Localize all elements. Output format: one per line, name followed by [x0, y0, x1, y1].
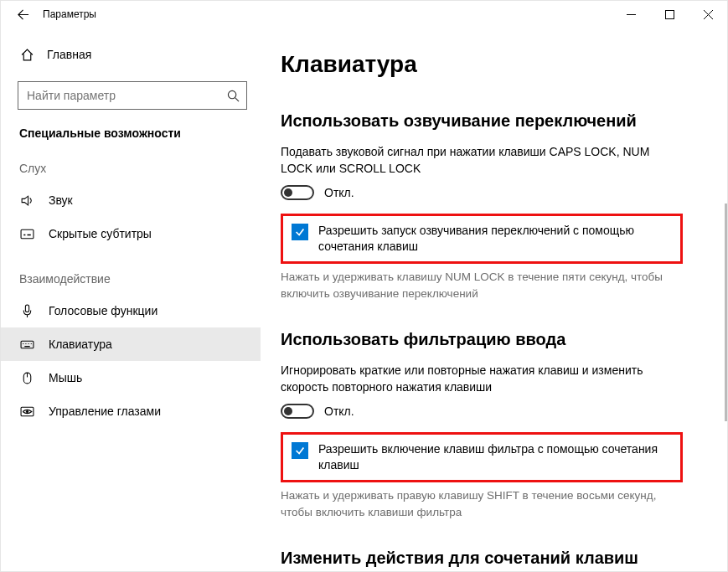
checkbox-label: Разрешить запуск озвучивания переключени…: [318, 223, 672, 255]
toggle-off-icon: [281, 185, 314, 200]
keyboard-icon: [19, 337, 34, 352]
main-content: Клавиатура Использовать озвучивание пере…: [261, 28, 727, 571]
svg-rect-3: [25, 305, 28, 312]
sidebar-item-label: Скрытые субтитры: [49, 227, 152, 240]
filter-keys-shortcut-checkbox[interactable]: Разрешить включение клавиш фильтра с пом…: [292, 441, 672, 473]
maximize-icon: [665, 10, 674, 19]
filter-keys-heading: Использовать фильтрацию ввода: [281, 330, 702, 349]
sidebar-section-title: Специальные возможности: [18, 126, 247, 140]
maximize-button[interactable]: [650, 1, 689, 28]
mouse-icon: [19, 370, 34, 385]
svg-rect-4: [21, 341, 34, 348]
close-button[interactable]: [689, 1, 727, 28]
sidebar-group-hearing: Слух: [19, 162, 247, 175]
home-icon: [19, 47, 34, 62]
minimize-button[interactable]: [612, 1, 650, 28]
toggle-keys-switch[interactable]: Откл.: [281, 185, 702, 200]
svg-rect-0: [665, 10, 674, 18]
sidebar-home-label: Главная: [47, 48, 91, 61]
page-title: Клавиатура: [281, 51, 702, 78]
search-field[interactable]: [27, 89, 227, 102]
toggle-keys-hint: Нажать и удерживать клавишу NUM LOCK в т…: [281, 269, 683, 301]
checkbox-checked-icon: [292, 224, 308, 240]
shortcuts-heading: Изменить действия для сочетаний клавиш: [281, 549, 702, 568]
checkbox-label: Разрешить включение клавиш фильтра с пом…: [318, 441, 672, 473]
sidebar-item-label: Голосовые функции: [49, 304, 157, 317]
sidebar-item-eye-control[interactable]: Управление глазами: [18, 394, 247, 428]
sidebar-item-label: Звук: [49, 193, 73, 207]
toggle-off-icon: [281, 404, 314, 419]
arrow-left-icon: [17, 8, 29, 21]
eye-icon: [19, 404, 34, 419]
filter-keys-hint: Нажать и удерживать правую клавишу SHIFT…: [281, 487, 683, 520]
sidebar-item-keyboard[interactable]: Клавиатура: [1, 327, 261, 361]
svg-point-7: [25, 410, 28, 412]
titlebar: Параметры: [1, 1, 727, 28]
minimize-icon: [627, 10, 636, 19]
filter-keys-desc: Игнорировать краткие или повторные нажат…: [281, 363, 683, 395]
sidebar-item-sound[interactable]: Звук: [18, 183, 247, 217]
scrollbar[interactable]: [725, 204, 727, 421]
sidebar-item-label: Управление глазами: [49, 405, 161, 418]
sidebar-item-label: Мышь: [49, 371, 82, 384]
captions-icon: [19, 226, 34, 241]
search-input[interactable]: [18, 81, 247, 110]
close-icon: [704, 10, 713, 19]
toggle-keys-heading: Использовать озвучивание переключений: [281, 111, 702, 131]
sidebar-item-label: Клавиатура: [49, 338, 112, 351]
back-button[interactable]: [11, 3, 34, 26]
svg-point-1: [228, 90, 235, 98]
toggle-state-label: Откл.: [324, 186, 354, 199]
microphone-icon: [19, 303, 34, 318]
checkbox-checked-icon: [292, 442, 308, 459]
svg-rect-2: [21, 229, 34, 239]
filter-keys-shortcut-checkbox-highlight: Разрешить включение клавиш фильтра с пом…: [281, 432, 683, 482]
sidebar-group-interaction: Взаимодействие: [19, 272, 247, 286]
toggle-state-label: Откл.: [324, 405, 354, 418]
sidebar: Главная Специальные возможности Слух Зву…: [1, 28, 261, 571]
filter-keys-switch[interactable]: Откл.: [281, 404, 702, 419]
window-controls: [612, 1, 727, 28]
toggle-keys-shortcut-checkbox[interactable]: Разрешить запуск озвучивания переключени…: [292, 223, 672, 255]
window-title: Параметры: [43, 8, 96, 20]
volume-icon: [19, 193, 34, 208]
toggle-keys-shortcut-checkbox-highlight: Разрешить запуск озвучивания переключени…: [281, 214, 683, 264]
search-icon: [227, 90, 240, 102]
sidebar-item-captions[interactable]: Скрытые субтитры: [18, 217, 247, 250]
toggle-keys-desc: Подавать звуковой сигнал при нажатии кла…: [281, 144, 683, 177]
sidebar-item-speech[interactable]: Голосовые функции: [18, 294, 247, 327]
sidebar-item-mouse[interactable]: Мышь: [18, 361, 247, 394]
sidebar-item-home[interactable]: Главная: [18, 39, 247, 70]
